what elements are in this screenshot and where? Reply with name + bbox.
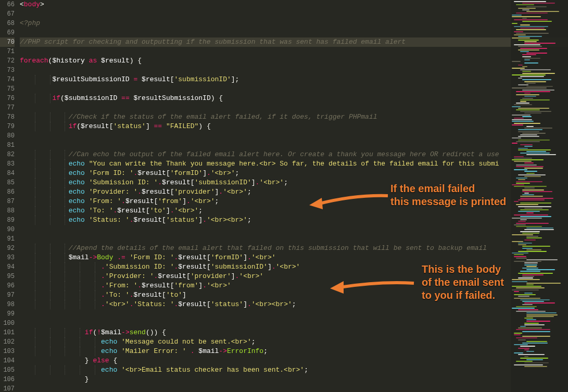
line-number[interactable]: 104 xyxy=(0,356,15,365)
code-line[interactable] xyxy=(20,103,568,112)
line-number-gutter[interactable]: 6667686970717273747576777879808182838485… xyxy=(0,0,20,392)
code-line[interactable]: } else { xyxy=(20,356,568,365)
minimap-block xyxy=(518,84,528,85)
code-line[interactable]: echo 'From: '.$result['from'].'<br>'; xyxy=(20,197,568,206)
code-line[interactable]: $mail->Body .= 'Form ID: '.$result['form… xyxy=(20,253,568,262)
line-number[interactable]: 88 xyxy=(0,206,15,216)
line-number[interactable]: 79 xyxy=(0,122,15,131)
line-number[interactable]: 85 xyxy=(0,178,15,187)
line-number[interactable]: 75 xyxy=(0,84,15,94)
line-number[interactable]: 87 xyxy=(0,197,15,206)
code-line[interactable] xyxy=(20,66,568,75)
line-number[interactable]: 105 xyxy=(0,365,15,375)
code-line[interactable]: echo 'Form ID: '.$result['formID'].'<br>… xyxy=(20,169,568,178)
minimap-block xyxy=(518,296,529,297)
line-number[interactable]: 68 xyxy=(0,19,15,28)
code-line[interactable] xyxy=(20,84,568,94)
code-line[interactable] xyxy=(20,384,568,392)
line-number[interactable]: 99 xyxy=(0,309,15,319)
line-number[interactable]: 77 xyxy=(0,103,15,112)
line-number[interactable]: 97 xyxy=(0,290,15,300)
code-line[interactable]: echo 'To: '.$result['to'].'<br>'; xyxy=(20,206,568,216)
code-line[interactable]: echo 'Submission ID: '.$result['submissi… xyxy=(20,178,568,187)
code-line[interactable] xyxy=(20,319,568,328)
minimap-block xyxy=(522,248,533,249)
line-number[interactable]: 84 xyxy=(0,169,15,178)
line-number[interactable]: 90 xyxy=(0,225,15,234)
code-line[interactable] xyxy=(20,9,568,19)
line-number[interactable]: 91 xyxy=(0,234,15,244)
minimap[interactable] xyxy=(511,0,568,392)
code-line[interactable]: //Apend the details of the email alert t… xyxy=(20,244,568,253)
line-number[interactable]: 92 xyxy=(0,244,15,253)
code-line[interactable]: <?php xyxy=(20,19,568,28)
line-number[interactable]: 100 xyxy=(0,319,15,328)
line-number[interactable]: 103 xyxy=(0,347,15,356)
code-line[interactable]: echo 'Message could not be sent.<br>'; xyxy=(20,337,568,347)
code-line[interactable]: <body> xyxy=(20,0,568,9)
code-line[interactable]: echo 'Mailer Error: ' . $mail->ErrorInfo… xyxy=(20,347,568,356)
minimap-block xyxy=(522,194,534,195)
code-line[interactable]: echo '<br>Email status checker has been … xyxy=(20,365,568,375)
code-line[interactable]: //Can echo the output of the failed emai… xyxy=(20,150,568,159)
code-line[interactable]: if(!$mail->send()) { xyxy=(20,328,568,337)
line-number[interactable]: 66 xyxy=(0,0,15,9)
minimap-block xyxy=(516,178,527,179)
minimap-block xyxy=(516,103,529,104)
code-line[interactable] xyxy=(20,141,568,150)
line-number[interactable]: 102 xyxy=(0,337,15,347)
line-number[interactable]: 83 xyxy=(0,159,15,169)
code-line[interactable]: echo 'Provider: '.$result['provider'].'<… xyxy=(20,187,568,197)
line-number[interactable]: 73 xyxy=(0,66,15,75)
line-number[interactable]: 78 xyxy=(0,112,15,122)
code-line[interactable] xyxy=(20,225,568,234)
code-line[interactable]: .'Provider: '.$result['provider'].'<br>' xyxy=(20,272,568,281)
line-number[interactable]: 86 xyxy=(0,187,15,197)
line-number[interactable]: 74 xyxy=(0,75,15,84)
line-number[interactable]: 76 xyxy=(0,94,15,103)
code-line[interactable]: if($submissionID == $resultSubmissionID)… xyxy=(20,94,568,103)
line-number[interactable]: 82 xyxy=(0,150,15,159)
minimap-block xyxy=(520,203,551,204)
minimap-block xyxy=(514,291,519,292)
line-number[interactable]: 80 xyxy=(0,131,15,141)
code-line[interactable]: //Check if the status of the email alert… xyxy=(20,112,568,122)
code-line[interactable]: .'Submission ID: '.$result['submissionID… xyxy=(20,262,568,272)
line-number[interactable]: 71 xyxy=(0,47,15,56)
line-number[interactable]: 106 xyxy=(0,375,15,384)
code-line[interactable]: foreach($history as $result) { xyxy=(20,56,568,66)
code-line[interactable]: echo 'Status: '.$result['status'].'<br><… xyxy=(20,216,568,225)
line-number[interactable]: 94 xyxy=(0,262,15,272)
code-line[interactable] xyxy=(20,47,568,56)
line-number[interactable]: 98 xyxy=(0,300,15,309)
code-line[interactable]: .'<br>'.'Status: '.$result['status'].'<b… xyxy=(20,300,568,309)
code-line[interactable]: } xyxy=(20,375,568,384)
line-number[interactable]: 95 xyxy=(0,272,15,281)
code-line[interactable] xyxy=(20,234,568,244)
line-number[interactable]: 70 xyxy=(0,37,15,47)
minimap-block xyxy=(518,277,533,279)
code-line[interactable]: if($result['status'] == "FAILED") { xyxy=(20,122,568,131)
code-line[interactable] xyxy=(20,28,568,37)
line-number[interactable]: 69 xyxy=(0,28,15,37)
line-number[interactable]: 72 xyxy=(0,56,15,66)
code-editor[interactable]: 6667686970717273747576777879808182838485… xyxy=(0,0,568,392)
code-line[interactable]: $resultSubmissionID = $result['submissio… xyxy=(20,75,568,84)
line-number[interactable]: 89 xyxy=(0,216,15,225)
minimap-block xyxy=(514,256,526,257)
minimap-block xyxy=(514,261,541,262)
code-line[interactable]: .'To: '.$result['to'] xyxy=(20,290,568,300)
code-line[interactable]: //PHP script for checking and outputting… xyxy=(20,37,568,47)
line-number[interactable]: 67 xyxy=(0,9,15,19)
code-line[interactable]: .'From: '.$result['from'].'<br>' xyxy=(20,281,568,290)
line-number[interactable]: 93 xyxy=(0,253,15,262)
line-number[interactable]: 107 xyxy=(0,384,15,392)
minimap-block xyxy=(512,143,517,144)
code-area[interactable]: <body><?php//PHP script for checking and… xyxy=(20,0,568,392)
code-line[interactable] xyxy=(20,309,568,319)
code-line[interactable]: echo "You can write the Thank you messag… xyxy=(20,159,568,169)
code-line[interactable] xyxy=(20,131,568,141)
line-number[interactable]: 81 xyxy=(0,141,15,150)
line-number[interactable]: 101 xyxy=(0,328,15,337)
line-number[interactable]: 96 xyxy=(0,281,15,290)
